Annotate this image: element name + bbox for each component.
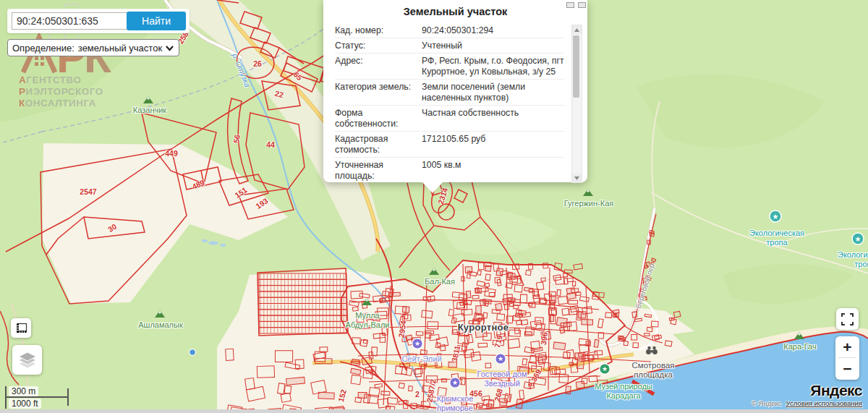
attribute-label: Категория земель: (335, 82, 416, 103)
object-type-select[interactable]: Определение: земельный участок (7, 39, 179, 56)
measure-button[interactable] (11, 318, 31, 338)
attribute-value: Земли поселений (земли населенных пункто… (416, 82, 564, 103)
terms-of-use-link[interactable]: Условия использования (786, 399, 862, 407)
map-attribution: Яндекс © ЯндексУсловия использования (752, 383, 862, 407)
attribute-row: Статус:Учтенный (335, 38, 564, 54)
attribute-label: Кадастровая стоимость: (335, 134, 416, 156)
yandex-logo: Яндекс (752, 383, 862, 399)
attribute-row: Форма собственности:Частная собственност… (335, 106, 564, 132)
page-bottom-strip (0, 409, 868, 413)
scale-bar: 300 m 1000 ft (3, 384, 82, 411)
cadastral-search-input[interactable] (12, 12, 129, 30)
search-bar: Найти (7, 9, 190, 33)
scroll-down-arrow[interactable] (572, 174, 582, 182)
attribute-value: Учтенный (416, 41, 564, 51)
zoom-out-button[interactable]: − (835, 358, 859, 379)
attribute-label: Форма собственности: (335, 108, 416, 129)
fullscreen-button[interactable] (836, 308, 859, 330)
zoom-control: + − (835, 336, 859, 380)
layers-button[interactable] (12, 345, 42, 375)
attribute-label: Уточненная площадь: (335, 160, 416, 182)
fullscreen-icon (841, 313, 854, 325)
copyright-label: © Яндекс (752, 399, 782, 407)
attribute-label: Кад. номер: (335, 25, 416, 36)
parcel-info-balloon: Земельный участок Кад. номер:90:24:05030… (323, 0, 587, 182)
balloon-tail (422, 182, 443, 193)
balloon-title: Земельный участок (323, 0, 587, 22)
filter-selected-value: земельный участок (78, 43, 165, 54)
attribute-label: Адрес: (335, 56, 416, 77)
find-button[interactable]: Найти (127, 12, 186, 30)
attribute-value: 90:24:050301:294 (416, 25, 564, 36)
balloon-scrollbar[interactable] (571, 25, 582, 183)
zoom-in-button[interactable]: + (835, 336, 859, 357)
attribute-value: Частная собственность (416, 108, 564, 129)
attribute-row: Категория земель:Земли поселений (земли … (335, 80, 564, 106)
attribute-row: Кадастровая стоимость:1712105.65 руб (335, 132, 564, 158)
map-app: КазанчикГугержин-Кая★Экологическаятропа★… (0, 0, 868, 413)
ruler-icon (14, 322, 28, 334)
scale-metric-label: 300 m (9, 386, 38, 396)
balloon-collapse-icon[interactable] (566, 2, 574, 8)
chevron-down-icon (165, 45, 174, 51)
scale-imperial-label: 1000 ft (9, 399, 41, 409)
attribute-row: Кад. номер:90:24:050301:294 (335, 23, 564, 38)
scroll-up-arrow[interactable] (572, 25, 582, 34)
balloon-close-icon[interactable] (578, 2, 586, 8)
attribute-value: РФ, Респ. Крым, г.о. Феодосия, пгт Курор… (416, 56, 564, 77)
attribute-value: 1712105.65 руб (416, 134, 564, 156)
attribute-label: Статус: (335, 41, 416, 51)
balloon-attributes: Кад. номер:90:24:050301:294Статус:Учтенн… (335, 23, 564, 182)
attribute-value: 1005 кв.м (416, 160, 564, 182)
attribute-row: Уточненная площадь:1005 кв.м (335, 158, 564, 182)
filter-label: Определение: (12, 43, 75, 54)
layers-icon (18, 352, 37, 368)
scrollbar-thumb[interactable] (573, 35, 579, 98)
attribute-row: Адрес:РФ, Респ. Крым, г.о. Феодосия, пгт… (335, 54, 564, 80)
